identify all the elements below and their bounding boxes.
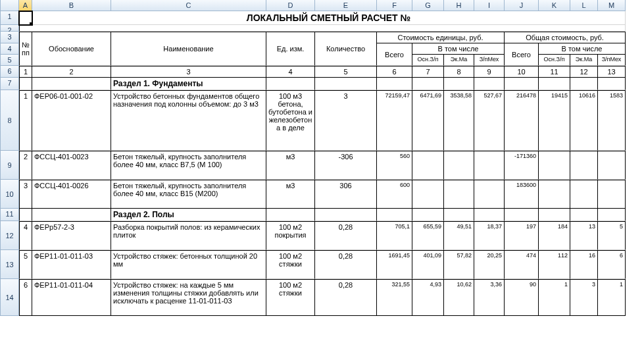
hdr-just: Обоснование [32,32,111,66]
cell [377,78,412,90]
table-cell [474,180,505,209]
cell [474,78,505,90]
table-cell: 6 [598,250,626,279]
table-cell: 3 [315,90,377,151]
row-header-6[interactable]: 6 [1,66,19,78]
colnum: 5 [315,66,377,78]
col-header-J[interactable]: J [505,0,539,11]
colnum: 1 [19,66,32,78]
select-all-corner[interactable] [1,0,19,11]
row-header-3[interactable]: 3 [1,32,19,43]
colnum: 3 [111,66,266,78]
table-cell: 197 [505,221,539,250]
table-cell [412,180,444,209]
table-cell [474,151,505,180]
table-cell: 306 [315,180,377,209]
table-cell: 20,25 [474,250,505,279]
hdr-incl-2: В том числе [539,43,626,55]
cell [598,209,626,221]
hdr-cost-unit: Стоимость единицы, руб. [377,32,505,43]
cell [32,78,111,90]
col-header-B[interactable]: B [32,0,111,11]
cell [539,209,570,221]
hdr-name: Наименование [111,32,266,66]
table-cell: 1 [19,90,32,151]
table-cell [570,151,598,180]
table-cell: 100 м2 стяжки [266,250,315,279]
hdr-unit: Ед. изм. [266,32,315,66]
hdr-zpm-2: З/пМех [598,55,626,66]
table-cell: 3 [19,180,32,209]
hdr-ekm-2: Эк.Ма [570,55,598,66]
table-cell: Устройство стяжек: на каждые 5 мм измене… [111,279,266,316]
table-cell: 6 [19,279,32,316]
col-header-G[interactable]: G [412,0,444,11]
row-header-8[interactable]: 8 [1,90,19,151]
table-cell: Бетон тяжелый, крупность заполнителя бол… [111,180,266,209]
colnum: 2 [32,66,111,78]
row-header-9[interactable]: 9 [1,151,19,180]
table-cell: 560 [377,151,412,180]
table-cell: 90 [505,279,539,316]
row-header-13[interactable]: 13 [1,250,19,279]
table-cell: 4 [19,221,32,250]
row-header-11[interactable]: 11 [1,209,19,221]
hdr-osn-1: Осн.З/п [412,55,444,66]
cell [412,78,444,90]
table-cell: ФЕРр57-2-3 [32,221,111,250]
cell [505,78,539,90]
table-cell: 216478 [505,90,539,151]
row-header-5[interactable]: 5 [1,55,19,66]
row-header-4[interactable]: 4 [1,43,19,55]
active-cell[interactable] [19,11,32,25]
col-header-F[interactable]: F [377,0,412,11]
table-cell: 49,51 [444,221,474,250]
table-cell [444,180,474,209]
table-cell: м3 [266,180,315,209]
row-header-2[interactable]: 2 [1,25,19,32]
colnum: 6 [377,66,412,78]
col-header-K[interactable]: K [539,0,570,11]
col-header-H[interactable]: H [444,0,474,11]
cell [570,209,598,221]
table-cell: Устройство стяжек: бетонных толщиной 20 … [111,250,266,279]
row-header-14[interactable]: 14 [1,279,19,316]
cell [266,78,315,90]
table-cell: 1 [598,279,626,316]
table-cell: м3 [266,151,315,180]
col-header-E[interactable]: E [315,0,377,11]
hdr-incl-1: В том числе [412,43,505,55]
cell [444,78,474,90]
cell [32,209,111,221]
hdr-total-1: Всего [377,43,412,66]
table-cell [412,151,444,180]
table-cell: 3538,58 [444,90,474,151]
row-header-12[interactable]: 12 [1,221,19,250]
row-header-10[interactable]: 10 [1,180,19,209]
table-cell: 3 [570,279,598,316]
table-cell: 3,36 [474,279,505,316]
colnum: 13 [598,66,626,78]
table-cell: 112 [539,250,570,279]
table-cell: -306 [315,151,377,180]
table-cell: 6471,69 [412,90,444,151]
table-cell: 1691,45 [377,250,412,279]
colnum: 12 [570,66,598,78]
cell [19,209,32,221]
table-cell: 4,93 [412,279,444,316]
col-header-A[interactable]: A [19,0,32,11]
table-cell: 19415 [539,90,570,151]
col-header-C[interactable]: C [111,0,266,11]
table-cell: 184 [539,221,570,250]
table-cell: 18,37 [474,221,505,250]
col-header-M[interactable]: M [598,0,626,11]
col-header-L[interactable]: L [570,0,598,11]
table-cell [444,151,474,180]
cell [444,209,474,221]
col-header-I[interactable]: I [474,0,505,11]
table-cell: ФЕР11-01-011-04 [32,279,111,316]
col-header-D[interactable]: D [266,0,315,11]
row-header-7[interactable]: 7 [1,78,19,90]
spreadsheet-grid[interactable]: A B C D E F G H I J K L M 1 ЛОКАЛЬНЫЙ СМ… [0,0,644,316]
row-header-1[interactable]: 1 [1,11,19,25]
